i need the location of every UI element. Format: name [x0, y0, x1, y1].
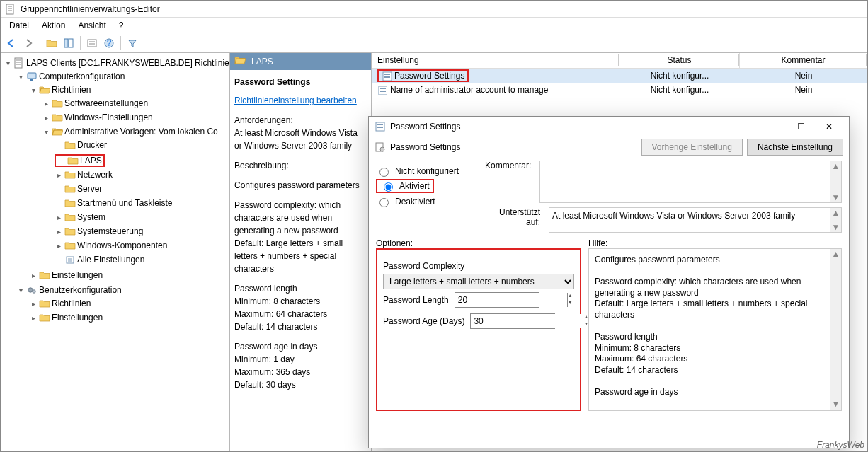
dialog-subtitle: Password Settings	[390, 142, 460, 152]
minimize-button[interactable]: —	[758, 118, 787, 135]
age-label: Password Age (Days)	[383, 316, 464, 326]
radio-enabled[interactable]: Aktiviert	[376, 179, 434, 193]
dialog-title: Password Settings	[386, 122, 460, 132]
svg-text:?: ?	[107, 38, 112, 48]
tree-user-einstellungen[interactable]: ▸Einstellungen	[29, 311, 229, 324]
app-icon	[5, 4, 16, 15]
list-header: Einstellung Status Kommentar	[372, 53, 867, 69]
requirements-heading: Anforderungen:	[234, 114, 367, 127]
svg-rect-12	[69, 39, 73, 47]
close-button[interactable]: ✕	[815, 118, 843, 135]
complexity-label: Password Complexity	[383, 255, 574, 274]
up-button[interactable]	[44, 35, 59, 51]
length-label: Password Length	[383, 295, 449, 305]
list-row[interactable]: Name of administrator account to manage …	[372, 83, 867, 97]
tree-netzwerk[interactable]: ▸Netzwerk	[55, 168, 229, 181]
settings-dialog: Password Settings — ☐ ✕ Password Setting…	[368, 116, 850, 448]
col-comment[interactable]: Kommentar	[740, 53, 867, 68]
filter-button[interactable]	[125, 35, 140, 51]
tree-richtlinien[interactable]: ▾Richtlinien	[29, 83, 229, 96]
menu-file[interactable]: Datei	[4, 19, 35, 32]
tree-laps[interactable]: LAPS	[55, 154, 105, 167]
tree-windows-komponenten[interactable]: ▸Windows-Komponenten	[55, 239, 229, 252]
svg-rect-11	[64, 39, 68, 47]
tree-startmenu[interactable]: Startmenü und Taskleiste	[55, 197, 229, 209]
tree-pane: ▾LAPS Clients [DC1.FRANKYSWEBLAB.DE] Ric…	[1, 53, 230, 451]
length-input[interactable]: ▲▼	[455, 292, 539, 308]
page-gear-icon	[375, 141, 386, 153]
supported-on-label: Unterstützt auf:	[485, 207, 544, 233]
col-setting[interactable]: Einstellung	[372, 53, 619, 68]
tree-server[interactable]: Server	[55, 182, 229, 195]
next-setting-button[interactable]: Nächste Einstellung	[747, 139, 843, 156]
previous-setting-button: Vorherige Einstellung	[641, 139, 743, 156]
tree-drucker[interactable]: Drucker	[55, 139, 229, 151]
tree-systemsteuerung[interactable]: ▸Systemsteuerung	[55, 225, 229, 238]
comment-textarea[interactable]: ▲▼	[539, 161, 842, 203]
toolbar: ?	[1, 33, 867, 53]
tree-software[interactable]: ▸Softwareeinstellungen	[42, 97, 229, 110]
window-title: Gruppenrichtlinienverwaltungs-Editor	[21, 4, 160, 14]
tree-alle-einstellungen[interactable]: Alle Einstellungen	[55, 253, 229, 266]
help-heading: Hilfe:	[581, 238, 607, 248]
tree-computer-config[interactable]: ▾Computerkonfiguration	[16, 70, 229, 83]
mid-setting-title: Password Settings	[234, 76, 367, 88]
list-row[interactable]: Password Settings Nicht konfigur... Nein	[372, 69, 867, 83]
tree-system[interactable]: ▸System	[55, 211, 229, 224]
options-panel: Password Complexity Large letters + smal…	[376, 248, 581, 411]
tree-admin-templates[interactable]: ▾Administrative Vorlagen: Vom lokalen Co	[42, 125, 229, 138]
age-input[interactable]: ▲▼	[470, 313, 555, 329]
watermark-label: FrankysWeb	[817, 440, 864, 450]
options-heading: Optionen:	[376, 238, 581, 248]
show-hide-tree-button[interactable]	[61, 35, 76, 51]
menu-bar: Datei Aktion Ansicht ?	[1, 18, 867, 33]
description-heading: Beschreibung:	[234, 159, 367, 172]
help-button[interactable]: ?	[101, 35, 117, 51]
forward-button[interactable]	[21, 35, 36, 51]
svg-rect-13	[88, 40, 96, 47]
menu-view[interactable]: Ansicht	[72, 19, 111, 32]
supported-on-box: At least Microsoft Windows Vista or Wind…	[549, 207, 842, 233]
col-status[interactable]: Status	[619, 53, 740, 68]
menu-help[interactable]: ?	[113, 19, 130, 32]
comment-label: Kommentar:	[485, 161, 535, 203]
tree-windows[interactable]: ▸Windows-Einstellungen	[42, 111, 229, 124]
radio-disabled[interactable]: Deaktiviert	[376, 194, 475, 209]
tree-user-richtlinien[interactable]: ▸Richtlinien	[29, 297, 229, 310]
tree-user-config[interactable]: ▾Benutzerkonfiguration	[16, 284, 229, 296]
tree-root[interactable]: ▾LAPS Clients [DC1.FRANKYSWEBLAB.DE] Ric…	[4, 57, 229, 69]
mid-header-title: LAPS	[251, 57, 273, 66]
requirements-text: At least Microsoft Windows Vista or Wind…	[234, 127, 367, 152]
dialog-icon	[375, 121, 386, 132]
radio-not-configured[interactable]: Nicht konfiguriert	[376, 163, 475, 179]
help-panel: Configures password parameters Password …	[588, 248, 842, 411]
complexity-select[interactable]: Large letters + small letters + numbers	[383, 274, 574, 289]
back-button[interactable]	[4, 35, 19, 51]
description-pane: LAPS Password Settings Richtlinieneinste…	[230, 53, 372, 451]
tree-einstellungen-comp[interactable]: ▸Einstellungen	[29, 269, 229, 282]
maximize-button[interactable]: ☐	[787, 118, 815, 135]
menu-action[interactable]: Aktion	[36, 19, 71, 32]
properties-button[interactable]	[84, 35, 100, 51]
folder-open-icon	[234, 55, 246, 66]
edit-policy-link[interactable]: Richtlinieneinstellung bearbeiten	[234, 95, 357, 105]
